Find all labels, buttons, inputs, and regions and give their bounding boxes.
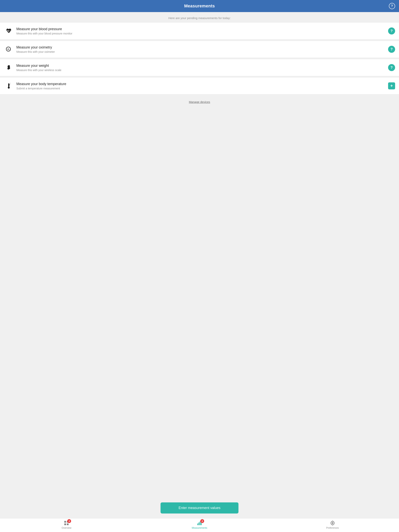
svg-rect-3 [8, 83, 9, 87]
manage-devices-section: Manage devices [0, 96, 399, 108]
page-title: Measurements [184, 4, 215, 9]
overview-icon-wrapper: 4 [64, 520, 69, 526]
nav-item-measurements[interactable]: 4 Measurements [133, 520, 266, 529]
preferences-icon-wrapper [330, 520, 335, 526]
svg-text:°: ° [10, 83, 11, 84]
weight-subtitle: Measure this with your wireless scale [16, 69, 385, 72]
bottom-navigation: 4 Overview 4 Measurements Preferences [0, 518, 399, 532]
oximetry-action[interactable]: ? [388, 46, 395, 53]
oximetry-title: Measure your oximetry [16, 45, 385, 50]
temperature-subtitle: Submit a temperature measurement [16, 87, 385, 90]
svg-text:O: O [7, 48, 9, 51]
app-header: Measurements ? [0, 0, 399, 12]
svg-text:2: 2 [10, 49, 10, 51]
enter-measurements-button[interactable]: Enter measurement values [161, 502, 238, 513]
nav-item-preferences[interactable]: Preferences [266, 520, 399, 529]
svg-rect-13 [199, 522, 199, 525]
measurement-item-oximetry[interactable]: O 2 Measure your oximetry Measure this w… [0, 41, 399, 58]
blood-pressure-title: Measure your blood pressure [16, 27, 385, 31]
svg-point-17 [332, 522, 333, 524]
oximetry-subtitle: Measure this with your oximeter [16, 50, 385, 53]
weight-text: Measure your weight Measure this with yo… [14, 64, 388, 72]
weight-action[interactable]: ? [388, 64, 395, 71]
measurements-icon-wrapper: 4 [197, 520, 202, 526]
blood-pressure-icon [4, 26, 14, 36]
cta-container: Enter measurement values [0, 498, 399, 518]
thermometer-icon: ° [4, 81, 14, 91]
page-subtitle: Here are your pending measurements for t… [0, 12, 399, 22]
measurements-label: Measurements [192, 526, 207, 529]
measurements-list: Measure your blood pressure Measure this… [0, 22, 399, 303]
nav-item-overview[interactable]: 4 Overview [0, 520, 133, 529]
svg-rect-11 [67, 523, 69, 525]
svg-rect-8 [64, 521, 66, 523]
blood-pressure-text: Measure your blood pressure Measure this… [14, 27, 388, 35]
svg-rect-12 [197, 523, 198, 525]
temperature-text: Measure your body temperature Submit a t… [14, 82, 388, 90]
weight-title: Measure your weight [16, 64, 385, 68]
svg-rect-15 [201, 523, 202, 525]
svg-rect-10 [64, 523, 66, 525]
weight-icon [4, 63, 14, 72]
manage-devices-link[interactable]: Manage devices [189, 100, 210, 104]
temperature-action[interactable]: + [388, 82, 395, 89]
oximetry-text: Measure your oximetry Measure this with … [14, 45, 388, 53]
blood-pressure-action[interactable]: ? [388, 27, 395, 34]
gear-icon [330, 520, 335, 526]
overview-label: Overview [62, 526, 71, 529]
help-button[interactable]: ? [389, 3, 395, 9]
temperature-title: Measure your body temperature [16, 82, 385, 86]
svg-point-4 [8, 87, 10, 89]
measurement-item-blood-pressure[interactable]: Measure your blood pressure Measure this… [0, 22, 399, 39]
overview-badge: 4 [67, 519, 71, 523]
measurement-item-weight[interactable]: Measure your weight Measure this with yo… [0, 59, 399, 76]
oximetry-icon: O 2 [4, 44, 14, 54]
measurement-item-temperature[interactable]: ° Measure your body temperature Submit a… [0, 77, 399, 95]
content-spacer [0, 303, 399, 498]
blood-pressure-subtitle: Measure this with your blood pressure mo… [16, 32, 385, 35]
measurements-badge: 4 [200, 519, 204, 523]
preferences-label: Preferences [326, 526, 339, 529]
